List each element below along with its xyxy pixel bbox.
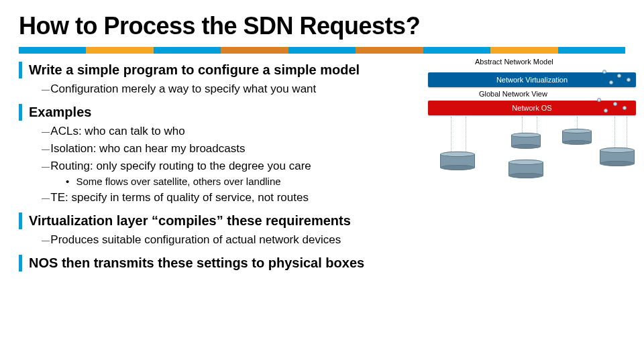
section-heading: Virtualization layer “compiles” these re…	[19, 213, 421, 229]
network-os-label: Network OS	[512, 104, 551, 112]
node-dot	[609, 80, 613, 84]
list-subitem: Some flows over satellite, others over l…	[66, 176, 421, 187]
stripe-segment	[356, 47, 423, 54]
list-item: Isolation: who can hear my broadcasts	[42, 142, 421, 156]
stripe-segment	[19, 47, 86, 54]
text-column: Write a simple program to configure a si…	[19, 62, 421, 280]
list-item: Configuration merely a way to specify wh…	[42, 82, 421, 96]
stripe-segment	[86, 47, 153, 54]
connector-line	[627, 117, 627, 149]
list-item: Routing: only specify routing to the deg…	[42, 160, 421, 173]
network-device-icon	[440, 152, 475, 170]
slide: How to Process the SDN Requests? Write a…	[0, 0, 644, 362]
connector-line	[451, 117, 451, 153]
section-heading: Examples	[19, 104, 421, 121]
abstract-model-label: Abstract Network Model	[475, 58, 553, 66]
virtualization-layer-label: Network Virtualization	[496, 76, 568, 84]
stripe-segment	[423, 47, 490, 54]
node-dot	[623, 106, 627, 110]
connector-line	[466, 117, 466, 153]
virtualization-layer-bar: Network Virtualization	[428, 72, 636, 87]
stripe-segment	[490, 47, 557, 54]
stripe-segment	[558, 47, 625, 54]
connector-line	[614, 117, 615, 149]
section-virtualization: Virtualization layer “compiles” these re…	[19, 213, 421, 247]
stripe-segment	[154, 47, 221, 54]
content-area: Write a simple program to configure a si…	[19, 62, 625, 280]
global-view-label: Global Network View	[479, 90, 547, 98]
list-item: Produces suitable configuration of actua…	[42, 233, 421, 247]
node-dot	[617, 74, 621, 78]
section-examples: Examples ACLs: who can talk to who Isola…	[19, 104, 421, 204]
node-dot	[613, 102, 617, 106]
section-nos: NOS then transmits these settings to phy…	[19, 255, 421, 272]
page-title: How to Process the SDN Requests?	[19, 12, 625, 40]
network-device-icon	[511, 133, 541, 149]
network-device-icon	[508, 160, 543, 178]
node-dot	[602, 70, 606, 74]
network-device-icon	[600, 147, 635, 166]
stripe-segment	[288, 47, 356, 54]
list-item: TE: specify in terms of quality of servi…	[42, 191, 421, 204]
network-device-icon	[562, 129, 592, 145]
node-dot	[604, 109, 608, 113]
node-dot	[627, 78, 631, 82]
section-heading: Write a simple program to configure a si…	[19, 62, 421, 78]
section-write-program: Write a simple program to configure a si…	[19, 62, 421, 96]
section-heading: NOS then transmits these settings to phy…	[19, 255, 421, 272]
network-os-bar: Network OS	[428, 101, 636, 115]
node-dot	[597, 98, 601, 102]
list-item: ACLs: who can talk to who	[42, 125, 421, 138]
diagram-column: Abstract Network Model Network Virtualiz…	[421, 62, 625, 280]
stripe-segment	[221, 47, 288, 54]
accent-stripe	[19, 47, 625, 54]
